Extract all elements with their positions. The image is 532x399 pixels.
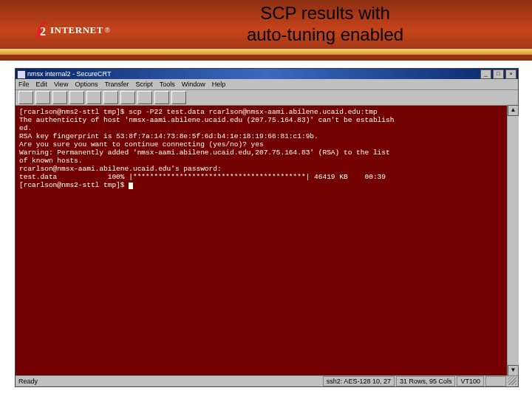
window-title: nmsx internal2 - SecureCRT (27, 70, 111, 78)
menubar: File Edit View Options Transfer Script T… (16, 79, 518, 90)
svg-text:2: 2 (40, 25, 46, 38)
toolbar-settings-icon[interactable] (154, 91, 169, 104)
scroll-up-icon[interactable]: ▲ (508, 105, 519, 116)
titlebar[interactable]: nmsx internal2 - SecureCRT _ □ × (16, 69, 518, 79)
toolbar-reconnect-icon[interactable] (52, 91, 67, 104)
menu-view[interactable]: View (54, 81, 68, 88)
menu-script[interactable]: Script (136, 81, 153, 88)
titlebar-app-icon (17, 70, 26, 79)
toolbar-print-icon[interactable] (137, 91, 152, 104)
vertical-scrollbar[interactable]: ▲ ▼ (507, 105, 519, 376)
menu-help[interactable]: Help (212, 81, 226, 88)
terminal[interactable]: [rcarlson@nms2-sttl tmp]$ scp -P22 test.… (16, 106, 518, 375)
slide-title-line1: SCP results with (260, 3, 390, 23)
toolbar-connect-icon[interactable] (18, 91, 33, 104)
slide-title-line2: auto-tuning enabled (247, 24, 403, 44)
menu-file[interactable]: File (18, 81, 30, 88)
status-ready: Ready (18, 378, 38, 385)
terminal-cursor (129, 183, 133, 189)
status-blank (485, 376, 506, 386)
toolbar-quickconnect-icon[interactable] (35, 91, 50, 104)
logo-registered: ® (105, 27, 110, 34)
resize-grip-icon[interactable] (508, 376, 516, 385)
toolbar-copy-icon[interactable] (86, 91, 101, 104)
maximize-button[interactable]: □ (493, 69, 504, 79)
logo-text: INTERNET (50, 24, 103, 36)
statusbar: Ready ssh2: AES-128 10, 27 31 Rows, 95 C… (16, 375, 518, 386)
toolbar (16, 90, 518, 106)
close-button[interactable]: × (505, 69, 516, 79)
menu-edit[interactable]: Edit (36, 81, 48, 88)
menu-options[interactable]: Options (75, 81, 98, 88)
slide-banner: 2 INTERNET ® SCP results with auto-tunin… (0, 0, 532, 61)
status-emulation: VT100 (457, 376, 484, 386)
status-rows-cols: 31 Rows, 95 Cols (396, 376, 456, 386)
minimize-button[interactable]: _ (480, 69, 491, 79)
toolbar-find-icon[interactable] (120, 91, 135, 104)
status-cipher: ssh2: AES-128 10, 27 (323, 376, 395, 386)
slide-title: SCP results with auto-tuning enabled (163, 3, 488, 46)
internet2-logo-mark: 2 (34, 21, 50, 40)
menu-window[interactable]: Window (182, 81, 205, 88)
toolbar-help-icon[interactable] (171, 91, 186, 104)
menu-transfer[interactable]: Transfer (104, 81, 129, 88)
internet2-logo: 2 INTERNET ® (34, 21, 110, 40)
toolbar-disconnect-icon[interactable] (69, 91, 84, 104)
scroll-down-icon[interactable]: ▼ (508, 365, 519, 376)
toolbar-paste-icon[interactable] (103, 91, 118, 104)
menu-tools[interactable]: Tools (160, 81, 175, 88)
securecrt-window: nmsx internal2 - SecureCRT _ □ × File Ed… (15, 68, 519, 387)
